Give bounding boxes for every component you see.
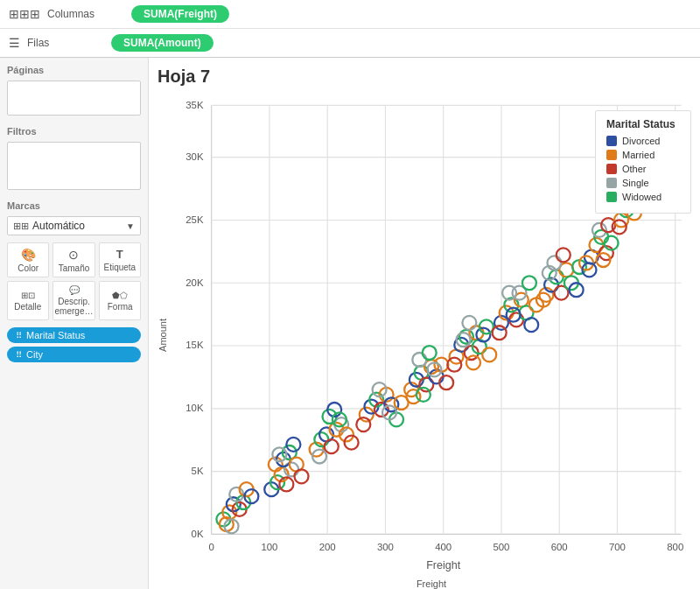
- shape-icon: ⬟⬠: [112, 291, 128, 300]
- svg-text:500: 500: [493, 542, 509, 552]
- tooltip-icon: 💬: [69, 285, 80, 295]
- filtros-title: Filtros: [7, 126, 141, 137]
- legend-label-single: Single: [622, 178, 649, 188]
- columns-label: Columnas: [47, 8, 117, 20]
- city-tag[interactable]: ⠿ City: [7, 347, 141, 362]
- svg-text:0: 0: [209, 542, 214, 552]
- svg-text:0K: 0K: [192, 529, 204, 539]
- svg-point-85: [412, 353, 426, 367]
- detail-icon: ⊞⊡: [21, 291, 35, 300]
- detail-label: Detalle: [14, 302, 41, 312]
- legend-label-widowed: Widowed: [622, 192, 662, 202]
- x-axis-label: Freight: [172, 578, 691, 589]
- size-button[interactable]: ⊙ Tamaño: [52, 242, 94, 277]
- detail-button[interactable]: ⊞⊡ Detalle: [7, 281, 49, 320]
- svg-text:100: 100: [261, 542, 277, 552]
- color-label: Color: [18, 263, 38, 273]
- svg-text:Freight: Freight: [426, 559, 461, 571]
- marital-status-label: Marital Status: [26, 330, 85, 340]
- label-button[interactable]: T Etiqueta: [99, 242, 141, 277]
- svg-text:35K: 35K: [186, 100, 204, 110]
- svg-text:300: 300: [377, 542, 394, 552]
- y-axis-label: Amount: [158, 319, 168, 352]
- legend-item-other: Other: [606, 164, 680, 174]
- svg-point-103: [457, 333, 471, 347]
- legend-label-married: Married: [622, 150, 654, 160]
- legend-color-other: [606, 164, 617, 174]
- rows-label: Filas: [27, 37, 97, 49]
- rows-icon: ☰: [9, 36, 20, 50]
- marks-dropdown-arrow: ▼: [126, 221, 135, 231]
- svg-point-92: [416, 388, 430, 402]
- legend-item-widowed: Widowed: [606, 192, 680, 202]
- svg-point-98: [462, 316, 476, 330]
- marks-buttons-row2: ⊞⊡ Detalle 💬 Descrip. emerge… ⬟⬠ Forma: [7, 281, 141, 320]
- svg-text:200: 200: [319, 542, 336, 552]
- svg-point-101: [482, 347, 496, 361]
- legend-title: Marital Status: [606, 118, 680, 130]
- svg-text:25K: 25K: [186, 214, 204, 225]
- label-icon: T: [116, 248, 123, 261]
- marks-dropdown-icon: ⊞⊞: [13, 221, 29, 232]
- city-icon: ⠿: [16, 350, 22, 360]
- rows-pill[interactable]: SUMA(Amount): [111, 34, 214, 52]
- city-label: City: [26, 349, 43, 360]
- chart-title: Hoja 7: [158, 67, 691, 87]
- legend-color-married: [606, 150, 617, 160]
- svg-point-128: [556, 248, 570, 262]
- columns-icon: ⊞⊞⊞: [9, 7, 40, 21]
- marks-dropdown-label: Automático: [32, 220, 126, 232]
- svg-text:800: 800: [667, 542, 683, 552]
- tooltip-button[interactable]: 💬 Descrip. emerge…: [52, 281, 96, 320]
- svg-text:15K: 15K: [186, 340, 204, 350]
- size-icon: ⊙: [68, 248, 79, 262]
- svg-text:700: 700: [609, 542, 626, 552]
- tooltip-label: Descrip. emerge…: [55, 297, 94, 316]
- svg-point-56: [286, 438, 300, 452]
- svg-text:30K: 30K: [186, 151, 204, 162]
- svg-text:20K: 20K: [186, 277, 204, 288]
- svg-point-86: [423, 346, 437, 360]
- svg-point-66: [345, 436, 359, 450]
- shape-label: Forma: [108, 302, 133, 312]
- legend-color-single: [606, 178, 617, 188]
- svg-point-105: [466, 355, 480, 369]
- legend-label-other: Other: [622, 164, 647, 174]
- svg-point-113: [524, 318, 538, 332]
- marcas-title: Marcas: [7, 200, 141, 211]
- svg-point-69: [360, 408, 374, 422]
- svg-point-60: [325, 439, 339, 453]
- paginas-box: [7, 81, 141, 116]
- columns-pill[interactable]: SUMA(Freight): [131, 5, 229, 23]
- label-label: Etiqueta: [103, 263, 136, 272]
- svg-point-115: [493, 326, 507, 340]
- svg-text:600: 600: [551, 542, 568, 552]
- color-icon: 🎨: [21, 248, 36, 262]
- paginas-title: Páginas: [7, 65, 141, 75]
- filtros-box: [7, 142, 141, 190]
- svg-text:400: 400: [435, 542, 452, 552]
- legend-item-divorced: Divorced: [606, 136, 680, 146]
- legend-color-divorced: [606, 136, 617, 146]
- svg-text:10K: 10K: [186, 403, 204, 413]
- marital-status-icon: ⠿: [16, 331, 22, 340]
- size-label: Tamaño: [59, 263, 90, 273]
- marital-status-tag[interactable]: ⠿ Marital Status: [7, 327, 141, 343]
- svg-point-132: [589, 238, 603, 252]
- color-button[interactable]: 🎨 Color: [7, 242, 49, 277]
- shape-button[interactable]: ⬟⬠ Forma: [99, 281, 141, 320]
- legend-color-widowed: [606, 192, 617, 202]
- marks-buttons-row1: 🎨 Color ⊙ Tamaño T Etiqueta: [7, 242, 141, 277]
- legend-item-married: Married: [606, 150, 680, 160]
- legend-item-single: Single: [606, 178, 680, 188]
- svg-text:5K: 5K: [192, 466, 204, 476]
- chart-area: Hoja 7 Amount: [149, 58, 700, 589]
- svg-point-78: [356, 417, 370, 431]
- svg-point-102: [447, 358, 461, 372]
- legend-label-divorced: Divorced: [622, 136, 660, 146]
- legend: Marital Status Divorced Married Other Si…: [595, 110, 691, 214]
- marks-dropdown[interactable]: ⊞⊞ Automático ▼: [7, 216, 141, 235]
